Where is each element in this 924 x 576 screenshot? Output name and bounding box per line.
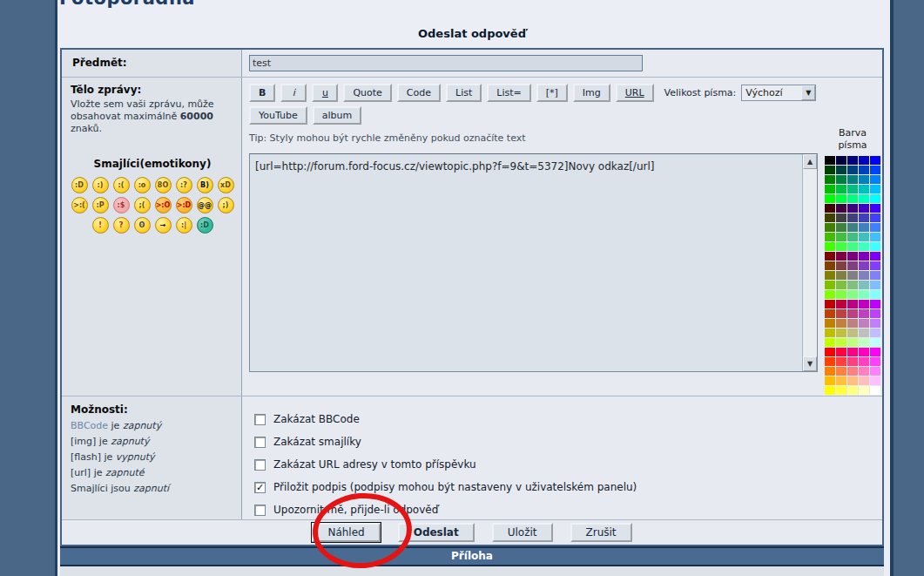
color-swatch-00BFFF[interactable] — [870, 185, 880, 193]
color-swatch-40FF80[interactable] — [847, 242, 858, 251]
color-swatch-0000FF[interactable] — [870, 156, 880, 165]
color-swatch-BF8040[interactable] — [836, 319, 846, 328]
color-swatch-80FFFF[interactable] — [870, 290, 880, 299]
smiley-evil-icon[interactable]: >:O — [155, 197, 172, 213]
color-swatch-80BF00[interactable] — [825, 281, 835, 289]
color-swatch-4000FF[interactable] — [870, 204, 880, 213]
bbcode-img-button[interactable]: Img — [573, 84, 610, 102]
smiley-neutral-icon[interactable]: :| — [176, 217, 192, 234]
color-swatch-FFFFBF[interactable] — [859, 386, 869, 395]
color-swatch-FF40BF[interactable] — [859, 357, 869, 366]
color-swatch-80BFFF[interactable] — [870, 281, 880, 289]
color-swatch-40FF00[interactable] — [825, 242, 835, 251]
color-swatch-4040FF[interactable] — [870, 213, 880, 222]
color-swatch-00FF40[interactable] — [836, 194, 846, 203]
color-swatch-BF4000[interactable] — [825, 309, 835, 318]
color-swatch-FFFF00[interactable] — [825, 386, 835, 395]
bbcode-album-button[interactable]: album — [313, 106, 361, 125]
message-textarea[interactable]: [url=http://forum.ford-focus.cz/viewtopi… — [249, 153, 818, 372]
color-swatch-BFBF00[interactable] — [825, 329, 835, 337]
color-swatch-BF00BF[interactable] — [859, 300, 869, 308]
bbcode-quote-button[interactable]: Quote — [343, 84, 391, 102]
color-swatch-FF8040[interactable] — [836, 367, 846, 376]
color-swatch-BFBFFF[interactable] — [870, 329, 880, 337]
color-swatch-FFFF80[interactable] — [847, 386, 858, 395]
color-swatch-FF00BF[interactable] — [859, 348, 869, 356]
color-swatch-8000FF[interactable] — [870, 252, 880, 261]
color-swatch-FFFFFF[interactable] — [870, 386, 880, 395]
color-swatch-404000[interactable] — [825, 213, 835, 222]
smiley-twisted-icon[interactable]: >:D — [176, 197, 192, 213]
color-swatch-80FF00[interactable] — [825, 290, 835, 299]
color-swatch-FFBF40[interactable] — [836, 376, 846, 385]
color-swatch-BF80FF[interactable] — [870, 319, 880, 328]
smiley-wink-icon[interactable]: ;) — [218, 197, 234, 213]
color-swatch-40FF40[interactable] — [836, 242, 846, 251]
bbcode-status-code[interactable]: BBCode — [71, 420, 108, 431]
color-swatch-408080[interactable] — [847, 223, 858, 232]
font-size-select[interactable]: Výchozí ▼ — [741, 85, 816, 101]
color-swatch-FFBF00[interactable] — [825, 376, 835, 385]
color-swatch-0040BF[interactable] — [859, 166, 869, 174]
color-swatch-00BF40[interactable] — [836, 185, 846, 193]
color-swatch-8080FF[interactable] — [870, 271, 880, 280]
color-swatch-004040[interactable] — [836, 166, 846, 174]
color-swatch-BFBF40[interactable] — [836, 329, 846, 337]
color-swatch-800040[interactable] — [836, 252, 846, 261]
color-swatch-004000[interactable] — [825, 166, 835, 174]
smiley-razz-icon[interactable]: :P — [92, 197, 109, 213]
color-swatch-FFBFBF[interactable] — [859, 376, 869, 385]
color-swatch-8040BF[interactable] — [859, 261, 869, 270]
color-swatch-400000[interactable] — [825, 204, 835, 213]
smiley-arrow-icon[interactable]: → — [155, 217, 172, 234]
color-swatch-40BF00[interactable] — [825, 233, 835, 241]
smiley-mrgreen-icon[interactable]: :D — [197, 217, 213, 234]
color-swatch-408000[interactable] — [825, 223, 835, 232]
color-swatch-00FF80[interactable] — [847, 194, 858, 203]
color-swatch-FFBF80[interactable] — [847, 376, 858, 385]
color-swatch-800000[interactable] — [825, 252, 835, 261]
color-swatch-8040FF[interactable] — [870, 261, 880, 270]
color-swatch-BFFF80[interactable] — [847, 338, 858, 347]
subject-input[interactable] — [249, 55, 643, 71]
bbcode-bold-button[interactable]: B — [249, 84, 275, 102]
smiley-redface-icon[interactable]: :$ — [113, 197, 130, 213]
checkbox-disable-smilies[interactable] — [254, 437, 266, 448]
color-swatch-BFBF80[interactable] — [847, 329, 858, 337]
textarea-scrollbar[interactable]: ▲ ▼ — [802, 154, 817, 371]
color-swatch-FF0040[interactable] — [836, 348, 846, 356]
color-swatch-0080FF[interactable] — [870, 175, 880, 184]
color-swatch-804000[interactable] — [825, 261, 835, 270]
color-swatch-404080[interactable] — [847, 213, 858, 222]
color-swatch-008080[interactable] — [847, 175, 858, 184]
color-swatch-BFFFFF[interactable] — [870, 338, 880, 347]
color-swatch-0000BF[interactable] — [859, 156, 869, 165]
bbcode-list-item-button[interactable]: [*] — [536, 84, 568, 102]
color-swatch-BFFF40[interactable] — [836, 338, 846, 347]
color-swatch-FF80BF[interactable] — [859, 367, 869, 376]
color-swatch-00FF00[interactable] — [825, 194, 835, 203]
smiley-smile-icon[interactable]: :) — [92, 177, 109, 193]
save-button[interactable]: Uložit — [492, 523, 553, 542]
color-swatch-804040[interactable] — [836, 261, 846, 270]
color-swatch-FFBFFF[interactable] — [870, 376, 880, 385]
color-swatch-0040FF[interactable] — [870, 166, 880, 174]
color-swatch-8000BF[interactable] — [859, 252, 869, 261]
color-swatch-FF8080[interactable] — [847, 367, 858, 376]
color-swatch-4000BF[interactable] — [859, 204, 869, 213]
checkbox-row-disable-bbcode[interactable]: Zakázat BBCode — [254, 408, 882, 430]
cancel-button[interactable]: Zrušit — [570, 523, 632, 542]
color-swatch-BF40FF[interactable] — [870, 309, 880, 318]
color-swatch-FF00FF[interactable] — [870, 348, 880, 356]
checkbox-notify-reply[interactable] — [254, 505, 266, 516]
color-swatch-000000[interactable] — [825, 156, 835, 165]
color-swatch-BF4040[interactable] — [836, 309, 846, 318]
color-swatch-FF4080[interactable] — [847, 357, 858, 366]
checkbox-row-disable-urls[interactable]: Zakázat URL adresy v tomto příspěvku — [254, 453, 882, 476]
smiley-lol-icon[interactable]: xD — [218, 177, 234, 193]
color-swatch-BF40BF[interactable] — [859, 309, 869, 318]
smiley-question-icon[interactable]: ? — [113, 217, 130, 234]
smiley-cool-icon[interactable]: B) — [197, 177, 213, 193]
color-swatch-00BF00[interactable] — [825, 185, 835, 193]
smiley-confused-icon[interactable]: :? — [176, 177, 192, 193]
